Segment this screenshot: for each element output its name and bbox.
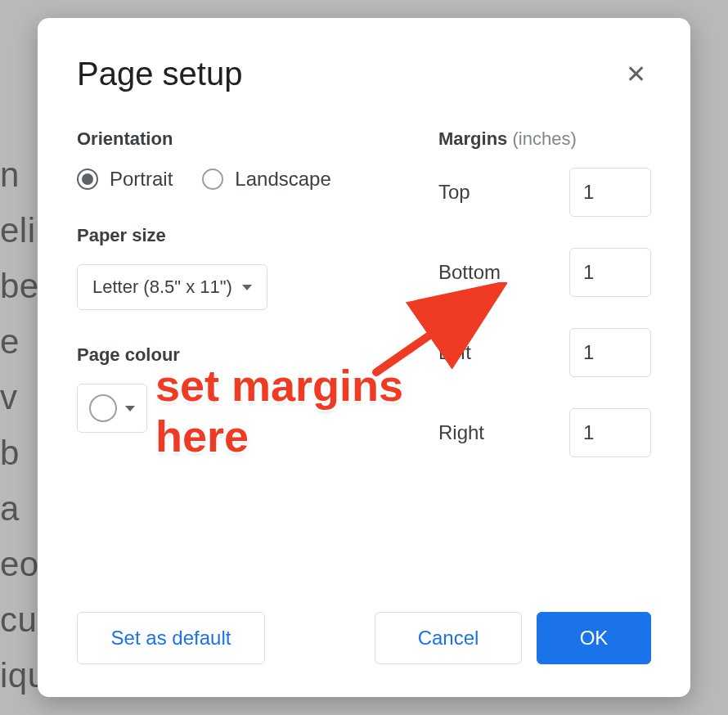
radio-icon: [202, 169, 223, 190]
margin-top-label: Top: [438, 181, 470, 204]
margin-row-right: Right: [438, 408, 651, 457]
paper-size-dropdown[interactable]: Letter (8.5" x 11"): [77, 264, 267, 310]
margin-left-input[interactable]: [569, 328, 651, 377]
radio-landscape-label: Landscape: [235, 168, 330, 191]
radio-landscape[interactable]: Landscape: [202, 168, 330, 191]
radio-portrait[interactable]: Portrait: [77, 168, 173, 191]
margin-row-bottom: Bottom: [438, 248, 651, 297]
chevron-down-icon: [125, 406, 135, 411]
set-as-default-button[interactable]: Set as default: [77, 612, 265, 664]
dialog-footer: Set as default Cancel OK: [77, 612, 651, 664]
margin-right-input[interactable]: [569, 408, 651, 457]
color-swatch-icon: [89, 394, 117, 422]
page-setup-dialog: Page setup ✕ Orientation Portrait Landsc…: [38, 18, 690, 697]
radio-portrait-label: Portrait: [110, 168, 173, 191]
orientation-radio-group: Portrait Landscape: [77, 168, 406, 191]
orientation-label: Orientation: [77, 128, 406, 150]
margin-top-input[interactable]: [569, 168, 651, 217]
margins-label: Margins (inches): [438, 128, 651, 150]
margin-bottom-input[interactable]: [569, 248, 651, 297]
margin-right-label: Right: [438, 421, 484, 444]
margin-row-top: Top: [438, 168, 651, 217]
ok-button[interactable]: OK: [537, 612, 651, 664]
margin-row-left: Left: [438, 328, 651, 377]
page-color-label: Page colour: [77, 344, 406, 366]
margin-bottom-label: Bottom: [438, 261, 501, 284]
page-color-dropdown[interactable]: [77, 384, 147, 433]
cancel-button[interactable]: Cancel: [375, 612, 522, 664]
margins-unit-label: (inches): [512, 128, 576, 149]
dialog-title: Page setup: [77, 56, 242, 92]
margin-left-label: Left: [438, 341, 471, 364]
margins-label-text: Margins: [438, 128, 507, 149]
close-icon: ✕: [626, 61, 646, 88]
chevron-down-icon: [242, 285, 252, 290]
paper-size-label: Paper size: [77, 225, 406, 246]
paper-size-value: Letter (8.5" x 11"): [92, 277, 232, 298]
close-button[interactable]: ✕: [621, 56, 651, 92]
radio-icon: [77, 169, 98, 190]
dialog-header: Page setup ✕: [77, 56, 651, 92]
